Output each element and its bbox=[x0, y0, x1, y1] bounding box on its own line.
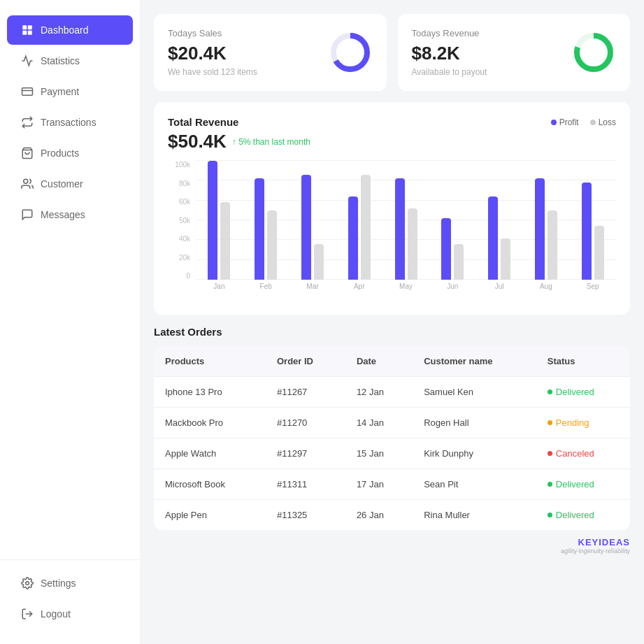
svg-rect-3 bbox=[28, 31, 32, 35]
sidebar-item-payment[interactable]: Payment bbox=[7, 77, 133, 106]
sidebar-label: Customer bbox=[41, 178, 83, 189]
table-header-row: Products Order ID Date Customer name Sta… bbox=[154, 346, 630, 377]
orders-title: Latest Orders bbox=[154, 326, 630, 338]
bar-group bbox=[429, 218, 476, 280]
bar-group bbox=[289, 175, 336, 280]
status-label: Delivered bbox=[556, 479, 594, 489]
payment-icon bbox=[21, 85, 34, 98]
loss-legend-label: Loss bbox=[599, 117, 616, 127]
svg-point-15 bbox=[582, 41, 605, 64]
loss-bar bbox=[314, 244, 324, 280]
todays-revenue-title: Todays Revenue bbox=[412, 28, 572, 38]
bar-group bbox=[382, 178, 429, 280]
loss-bar bbox=[267, 210, 277, 280]
loss-bar bbox=[501, 238, 510, 280]
sidebar-item-logout[interactable]: Logout bbox=[7, 599, 133, 629]
profit-bar bbox=[208, 161, 217, 280]
sidebar-label: Dashboard bbox=[41, 24, 89, 36]
sales-donut bbox=[328, 30, 373, 75]
cell-orderid: #11270 bbox=[266, 408, 345, 438]
transactions-icon bbox=[21, 116, 34, 129]
sidebar-label: Products bbox=[41, 148, 79, 159]
logout-icon bbox=[21, 608, 34, 620]
cell-date: 26 Jan bbox=[345, 500, 413, 531]
sidebar-bottom: Settings Logout bbox=[0, 559, 140, 630]
sidebar-item-dashboard[interactable]: Dashboard bbox=[7, 15, 133, 45]
cell-customer: Rina Muller bbox=[413, 500, 536, 531]
sidebar-item-transactions[interactable]: Transactions bbox=[7, 108, 133, 137]
svg-point-8 bbox=[26, 582, 29, 585]
profit-bar bbox=[535, 178, 545, 280]
profit-bar bbox=[301, 175, 311, 280]
sidebar-item-customer[interactable]: Customer bbox=[7, 169, 133, 199]
cell-product: Apple Pen bbox=[154, 500, 266, 531]
profit-bar bbox=[441, 218, 451, 280]
cell-date: 17 Jan bbox=[345, 469, 413, 500]
sidebar-label: Settings bbox=[41, 578, 76, 589]
profit-bar bbox=[582, 183, 592, 280]
loss-bar bbox=[548, 210, 557, 280]
cell-orderid: #11311 bbox=[266, 469, 345, 500]
loss-bar bbox=[361, 175, 371, 280]
sidebar-item-settings[interactable]: Settings bbox=[7, 568, 133, 598]
x-label: Apr bbox=[336, 282, 382, 290]
x-label: Aug bbox=[522, 282, 569, 290]
table-row: Mackbook Pro #11270 14 Jan Rogen Hall Pe… bbox=[154, 408, 630, 438]
cell-product: Microsoft Book bbox=[154, 469, 266, 500]
orders-table: Products Order ID Date Customer name Sta… bbox=[154, 346, 630, 530]
chart-legend: Profit Loss bbox=[551, 117, 616, 127]
profit-bar bbox=[488, 196, 498, 280]
chart-bars bbox=[168, 161, 616, 280]
bar-group bbox=[476, 196, 523, 280]
cell-customer: Samuel Ken bbox=[413, 377, 536, 408]
col-orderid: Order ID bbox=[266, 346, 345, 377]
cell-orderid: #11325 bbox=[266, 500, 345, 531]
table-row: Iphone 13 Pro #11267 12 Jan Samuel Ken D… bbox=[154, 377, 630, 408]
loss-bar bbox=[594, 226, 604, 280]
todays-sales-card: Todays Sales $20.4K We have sold 123 ite… bbox=[154, 14, 387, 91]
total-revenue-value: $50.4K bbox=[168, 131, 227, 152]
sidebar-item-products[interactable]: Products bbox=[7, 138, 133, 168]
todays-sales-subtitle: We have sold 123 items bbox=[168, 67, 328, 77]
x-label: Jan bbox=[196, 282, 243, 290]
todays-sales-value: $20.4K bbox=[168, 43, 328, 64]
col-customer: Customer name bbox=[413, 346, 536, 377]
sidebar-item-messages[interactable]: Messages bbox=[7, 200, 133, 229]
cell-customer: Sean Pit bbox=[413, 469, 536, 500]
cell-status: Pending bbox=[536, 408, 630, 438]
svg-rect-2 bbox=[22, 31, 27, 35]
cell-status: Delivered bbox=[536, 377, 630, 408]
table-row: Apple Watch #11297 15 Jan Kirk Dunphy Ca… bbox=[154, 438, 630, 469]
bar-group bbox=[243, 178, 289, 280]
sidebar-label: Payment bbox=[41, 86, 79, 97]
sidebar-item-statistics[interactable]: Statistics bbox=[7, 46, 133, 76]
main-content: Todays Sales $20.4K We have sold 123 ite… bbox=[140, 0, 644, 644]
messages-icon bbox=[21, 208, 34, 221]
revenue-donut bbox=[571, 30, 616, 75]
x-label: Feb bbox=[243, 282, 289, 290]
loss-bar bbox=[454, 244, 464, 280]
todays-revenue-value: $8.2K bbox=[412, 43, 572, 64]
cell-product: Mackbook Pro bbox=[154, 408, 266, 438]
cell-orderid: #11267 bbox=[266, 377, 345, 408]
profit-bar bbox=[348, 196, 358, 280]
status-label: Pending bbox=[556, 417, 589, 428]
sidebar-label: Messages bbox=[41, 209, 85, 220]
branding: KEYIDEAS agility·ingenuity·reliability bbox=[154, 530, 630, 554]
col-status: Status bbox=[536, 346, 630, 377]
loss-bar bbox=[408, 208, 417, 280]
svg-point-12 bbox=[339, 41, 362, 64]
status-label: Canceled bbox=[556, 448, 594, 459]
x-label: Mar bbox=[289, 282, 336, 290]
bar-group bbox=[336, 175, 382, 280]
cell-customer: Kirk Dunphy bbox=[413, 438, 536, 469]
cell-customer: Rogen Hall bbox=[413, 408, 536, 438]
brand-name: KEYIDEAS bbox=[154, 537, 630, 548]
bar-group bbox=[522, 178, 569, 280]
profit-bar bbox=[395, 178, 405, 280]
todays-sales-title: Todays Sales bbox=[168, 28, 328, 38]
sidebar-label: Statistics bbox=[41, 55, 80, 66]
cell-product: Apple Watch bbox=[154, 438, 266, 469]
statistics-icon bbox=[21, 55, 34, 67]
cell-status: Delivered bbox=[536, 500, 630, 531]
